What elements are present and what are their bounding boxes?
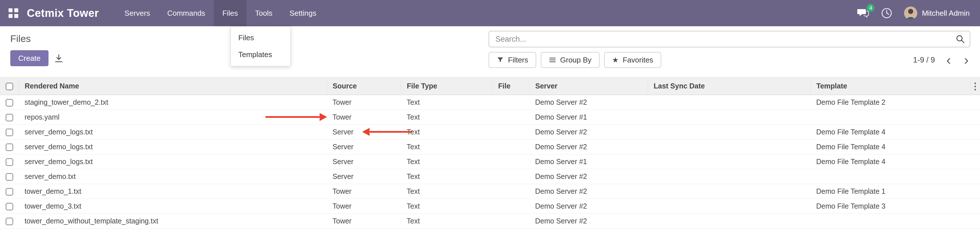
nav-menu-files[interactable]: Files [214,0,247,26]
cell-template: Demo File Template 2 [810,95,970,110]
cell-server: Demo Server #2 [530,199,648,214]
row-checkbox[interactable] [6,188,13,195]
cell-source: Tower [327,199,401,214]
apps-grid-square [14,8,18,12]
row-spacer-cell [970,110,980,125]
row-spacer-cell [970,199,980,214]
cell-source: Tower [327,184,401,199]
group-by-button[interactable]: Group By [541,52,600,68]
table-row[interactable]: tower_demo_1.txtTowerTextDemo Server #2D… [0,184,980,199]
page-title: Files [10,33,31,44]
messages-button[interactable]: 4 [857,8,869,18]
row-spacer-cell [970,214,980,228]
cell-template: Demo File Template 4 [810,154,970,169]
cell-last-sync-date [648,184,810,199]
top-navbar: Cetmix Tower ServersCommandsFilesToolsSe… [0,0,980,26]
app-brand[interactable]: Cetmix Tower [27,7,99,19]
row-checkbox[interactable] [6,129,13,136]
cell-last-sync-date [648,169,810,184]
row-checkbox[interactable] [6,203,13,210]
nav-menu-commands[interactable]: Commands [159,0,214,26]
column-header-file[interactable]: File [492,77,530,95]
cell-server: Demo Server #2 [530,169,648,184]
table-row[interactable]: repos.yamlTowerTextDemo Server #1 [0,110,980,125]
favorites-button[interactable]: ★ Favorites [604,52,661,68]
select-all-checkbox[interactable] [6,83,13,90]
pager-next-button[interactable]: › [962,53,970,67]
row-checkbox[interactable] [6,173,13,181]
pager-previous-button[interactable]: ‹ [945,53,953,67]
row-checkbox[interactable] [6,99,13,106]
funnel-icon [496,56,504,63]
column-header-file-type[interactable]: File Type [401,77,492,95]
column-header-rendered-name[interactable]: Rendered Name [19,77,327,95]
create-button[interactable]: Create [10,50,49,66]
cell-last-sync-date [648,140,810,154]
cell-file [492,110,530,125]
cell-rendered-name: staging_tower_demo_2.txt [19,95,327,110]
cell-last-sync-date [648,154,810,169]
column-header-template[interactable]: Template [810,77,970,95]
nav-menu-settings[interactable]: Settings [281,0,325,26]
user-menu[interactable]: Mitchell Admin [904,6,970,20]
avatar [904,6,917,20]
table-row[interactable]: server_demo_logs.txtServerTextDemo Serve… [0,154,980,169]
column-header-server[interactable]: Server [530,77,648,95]
activities-button[interactable] [881,7,892,19]
row-checkbox[interactable] [6,159,13,166]
table-row[interactable]: server_demo_logs.txtServerTextDemo Serve… [0,125,980,140]
nav-menu-servers[interactable]: Servers [116,0,159,26]
clock-icon [881,7,892,19]
search-input[interactable] [495,35,955,44]
table-row[interactable]: tower_demo_without_template_staging.txtT… [0,214,980,228]
row-checkbox[interactable] [6,144,13,151]
cell-rendered-name: server_demo_logs.txt [19,154,327,169]
column-header-last-sync-date[interactable]: Last Sync Date [648,77,810,95]
cell-rendered-name: server_demo.txt [19,169,327,184]
search-icon[interactable] [955,34,965,44]
cell-file [492,140,530,154]
row-spacer-cell [970,95,980,110]
navbar-right: 4 Mitchell Admin [857,6,970,20]
files-dropdown-menu: FilesTemplates [231,26,291,66]
nav-menu-tools[interactable]: Tools [247,0,281,26]
cell-source: Tower [327,110,401,125]
cell-server: Demo Server #2 [530,214,648,228]
group-by-label: Group By [560,56,592,65]
table-row[interactable]: staging_tower_demo_2.txtTowerTextDemo Se… [0,95,980,110]
row-checkbox[interactable] [6,218,13,225]
row-spacer-cell [970,140,980,154]
row-spacer-cell [970,169,980,184]
cell-file-type: Text [401,199,492,214]
cell-file [492,154,530,169]
table-header-row: Rendered NameSourceFile TypeFileServerLa… [0,77,980,95]
apps-grid-icon[interactable] [9,8,18,18]
dropdown-item-templates[interactable]: Templates [231,46,290,63]
filters-button[interactable]: Filters [488,52,536,68]
filters-label: Filters [508,56,528,65]
cell-source: Server [327,140,401,154]
row-checkbox[interactable] [6,114,13,121]
files-table: Rendered NameSourceFile TypeFileServerLa… [0,77,980,228]
apps-grid-square [9,8,13,12]
apps-grid-square [9,14,13,18]
annotation-arrow-to-server-source [369,131,412,133]
table-row[interactable]: server_demo.txtServerTextDemo Server #2 [0,169,980,184]
optional-columns-toggle[interactable]: ⋮ [970,77,980,95]
cell-template: Demo File Template 1 [810,184,970,199]
search-box [488,31,970,48]
cell-last-sync-date [648,214,810,228]
cell-file [492,169,530,184]
column-header-source[interactable]: Source [327,77,401,95]
cell-source: Server [327,154,401,169]
apps-grid-square [14,14,18,18]
export-button[interactable] [51,52,67,65]
dropdown-item-files[interactable]: Files [231,29,290,46]
table-row[interactable]: tower_demo_3.txtTowerTextDemo Server #2D… [0,199,980,214]
cell-file [492,214,530,228]
search-options: Filters Group By ★ Favorites [488,52,661,68]
cell-template [810,169,970,184]
cell-file [492,95,530,110]
cell-file-type: Text [401,95,492,110]
table-row[interactable]: server_demo_logs.txtServerTextDemo Serve… [0,140,980,154]
